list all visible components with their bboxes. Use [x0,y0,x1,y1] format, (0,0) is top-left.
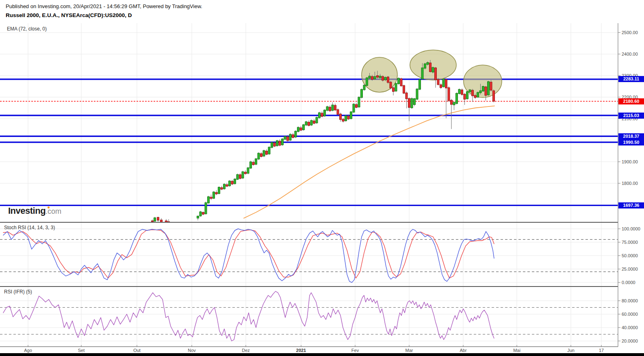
time-tick-label: Out [133,348,141,353]
time-tick-label: Ago [24,348,32,353]
last-price-tag: 2180.60 [618,98,644,104]
time-tick-label: Nov [188,348,196,353]
price-tick-label: 1900.00 [622,159,638,164]
bottom-black-bar [0,353,644,356]
support-resistance-tag: 2018.37 [618,133,644,139]
instrument-title: Russell 2000, E.U.A., NYSEArca(CFD):US20… [6,12,132,18]
stoch-tick-label: 25.0000 [622,267,638,271]
rsi-tick-label: 40.0000 [622,325,638,330]
time-tick-label: 17 [599,348,604,353]
rsi-tick-label: 80.0000 [622,298,638,303]
time-tick-label: Mai [513,348,520,353]
time-tick-label: Abr [460,348,466,353]
investing-watermark: Investing.com [8,206,61,216]
price-tick-label: 2500.00 [622,30,638,35]
stoch-rsi-label: Stoch RSI (14, 14, 3, 3) [4,225,55,230]
time-tick-label: Mar [405,348,413,353]
support-resistance-tag: 1697.36 [618,202,644,208]
price-tick-label: 2400.00 [622,52,638,56]
stoch-tick-label: 100.0000 [622,226,640,231]
investing-wordmark: Investing [8,206,46,216]
time-tick-label: Fev [351,348,359,353]
published-line: Published on Investing.com, 20/Apr/2021 … [6,3,202,9]
support-resistance-tag: 2283.11 [618,76,644,82]
stoch-tick-label: 75.0000 [622,240,638,245]
ema-indicator-label: EMA (72, close, 0) [7,26,47,32]
rsi-tick-label: 20.0000 [622,339,638,343]
time-tick-label: 2021 [296,348,306,353]
time-tick-label: Set [78,348,85,353]
support-resistance-tag: 2115.03 [618,113,644,119]
rsi-tick-label: 60.0000 [622,312,638,317]
investing-domain-suffix: .com [46,207,61,215]
support-resistance-tag: 1990.50 [618,139,644,145]
time-tick-label: Dez [242,348,250,353]
stoch-tick-label: 0.0000 [622,280,635,285]
chart-canvas[interactable] [0,0,644,356]
rsi-label: RSI (IFR) (5) [4,289,32,295]
logo-orange-dot-icon [48,206,50,208]
time-tick-label: Jun [567,348,575,353]
chart-root: Published on Investing.com, 20/Apr/2021 … [0,0,644,356]
price-tick-label: 1800.00 [622,181,638,186]
stoch-tick-label: 50.0000 [622,253,638,258]
